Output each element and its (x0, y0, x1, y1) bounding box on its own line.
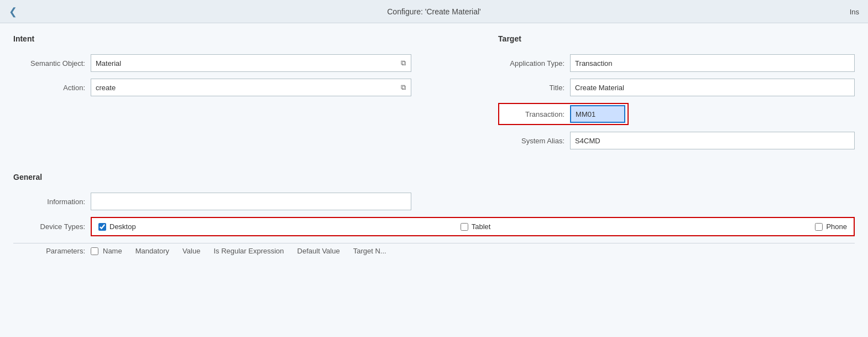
semantic-object-copy-icon[interactable]: ⧉ (398, 58, 408, 68)
application-type-input[interactable] (570, 54, 855, 72)
general-section: General Information: Device Types: Deskt… (13, 173, 855, 258)
transaction-input[interactable] (570, 105, 625, 123)
parameters-select-all-checkbox[interactable] (91, 247, 98, 255)
tablet-checkbox[interactable] (461, 223, 468, 231)
intent-section: Intent Semantic Object: ⧉ Action: ⧉ (13, 34, 476, 156)
desktop-device-item: Desktop (98, 222, 136, 231)
desktop-label: Desktop (109, 222, 136, 231)
parameters-label: Parameters: (13, 247, 91, 255)
phone-checkbox[interactable] (815, 223, 823, 231)
phone-label: Phone (826, 222, 847, 231)
header-bar: ❮ Configure: 'Create Material' Ins (0, 0, 868, 23)
information-row: Information: (13, 193, 855, 210)
semantic-object-input-wrapper: ⧉ (91, 54, 411, 72)
target-title: Target (498, 34, 855, 43)
semantic-object-label: Semantic Object: (13, 59, 91, 68)
action-row: Action: ⧉ (13, 79, 476, 96)
title-label: Title: (498, 84, 570, 92)
tablet-label: Tablet (472, 222, 491, 231)
application-type-label: Application Type: (498, 59, 570, 68)
top-sections: Intent Semantic Object: ⧉ Action: ⧉ Targ (13, 34, 855, 156)
target-section: Target Application Type: Title: Transact… (476, 34, 855, 156)
system-alias-label: System Alias: (498, 137, 570, 145)
transaction-highlight-group: Transaction: (498, 103, 629, 125)
desktop-checkbox[interactable] (98, 223, 106, 231)
semantic-object-input[interactable] (91, 54, 411, 72)
transaction-row: Transaction: (498, 103, 855, 125)
transaction-label: Transaction: (499, 110, 570, 118)
system-alias-input[interactable] (570, 132, 855, 149)
parameters-header-row: Parameters: Name Mandatory Value Is Regu… (13, 243, 855, 258)
params-col-default: Default Value (293, 247, 349, 255)
params-col-mandatory: Mandatory (131, 247, 178, 255)
device-types-label: Device Types: (13, 222, 91, 231)
application-type-row: Application Type: (498, 54, 855, 72)
semantic-object-row: Semantic Object: ⧉ (13, 54, 476, 72)
general-title: General (13, 173, 855, 182)
device-types-row-wrapper: Device Types: Desktop Tablet (13, 217, 855, 236)
system-alias-row: System Alias: (498, 132, 855, 149)
back-button[interactable]: ❮ (9, 6, 17, 18)
title-row: Title: (498, 79, 855, 96)
params-table-header: Name Mandatory Value Is Regular Expressi… (98, 247, 855, 255)
params-col-regex: Is Regular Expression (209, 247, 292, 255)
params-checkbox-wrapper (91, 247, 98, 255)
action-input-wrapper: ⧉ (91, 79, 411, 96)
params-col-value: Value (178, 247, 209, 255)
main-content: Intent Semantic Object: ⧉ Action: ⧉ Targ (0, 23, 868, 337)
phone-device-item: Phone (815, 222, 847, 231)
intent-title: Intent (13, 34, 476, 43)
action-input[interactable] (91, 79, 411, 96)
tablet-device-item: Tablet (461, 222, 491, 231)
action-copy-icon[interactable]: ⧉ (398, 82, 408, 92)
title-input[interactable] (570, 79, 855, 96)
information-input[interactable] (91, 193, 411, 210)
device-items-container: Desktop Tablet Phone (98, 222, 847, 231)
params-col-target: Target N... (349, 247, 395, 255)
header-right-label: Ins (850, 0, 868, 23)
information-label: Information: (13, 198, 91, 206)
params-col-name: Name (98, 247, 131, 255)
action-label: Action: (13, 84, 91, 92)
page-title: Configure: 'Create Material' (387, 7, 481, 16)
device-types-row: Desktop Tablet Phone (91, 217, 855, 236)
